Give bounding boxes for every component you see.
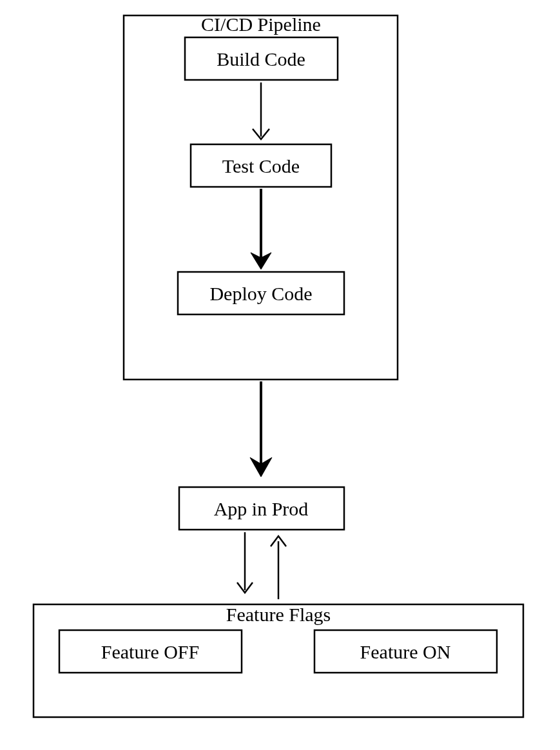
feature-off-label: Feature OFF [101, 641, 200, 662]
pipeline-title: CI/CD Pipeline [201, 14, 321, 35]
test-step-label: Test Code [222, 155, 300, 177]
feature-flags-title: Feature Flags [226, 604, 331, 625]
feature-on-label: Feature ON [360, 641, 451, 662]
build-step-label: Build Code [217, 48, 305, 70]
deploy-step-label: Deploy Code [209, 283, 312, 304]
app-in-prod-label: App in Prod [214, 498, 309, 519]
